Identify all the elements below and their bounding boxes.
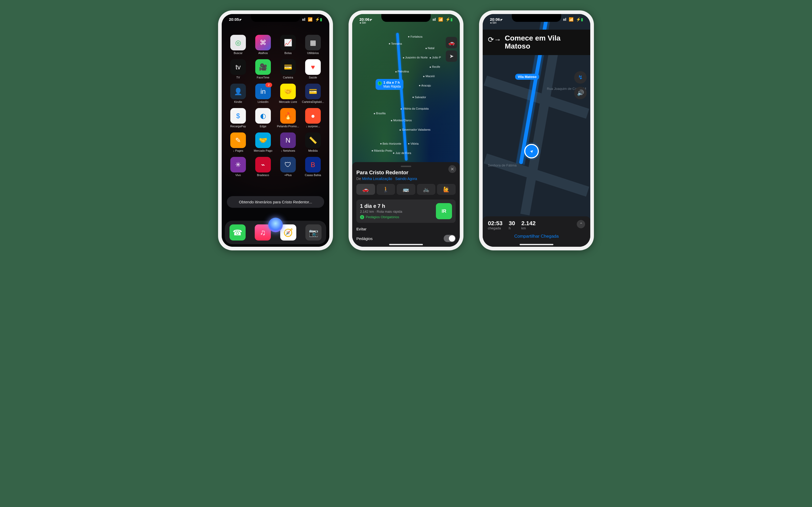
stat-value: 2.142 — [521, 220, 536, 227]
app-carteira[interactable]: 💳 Carteira — [277, 59, 299, 79]
signal-icon: ııl — [302, 17, 305, 21]
app-medida[interactable]: 📏 Medida — [302, 132, 324, 152]
app-recargapay[interactable]: $ RecargaPay — [227, 108, 249, 128]
app-label: LinkedIn — [252, 100, 274, 103]
city-label: Recife — [429, 65, 440, 68]
app-label: +Plus — [277, 173, 299, 177]
direction-banner: ⟳→ Comece em Vila Matoso — [483, 30, 590, 55]
route-from-line: De Minha Localização Saindo Agora — [356, 177, 456, 181]
app-icon: ⌘ — [255, 35, 271, 50]
app-buscar[interactable]: ◎ Buscar — [227, 35, 249, 55]
dock-phone[interactable]: ☎ — [230, 224, 246, 240]
siri-orb-icon[interactable] — [268, 218, 283, 232]
app-bradesco[interactable]: ⌁ Bradesco — [252, 157, 274, 177]
nav-bottom-bar: 02:53 chegada30 h2.142 km⌃ Compartilhar … — [483, 216, 590, 247]
app-label: Mercado Livre — [277, 100, 299, 103]
app-bolsa[interactable]: 📈 Bolsa — [277, 35, 299, 55]
app-icon: ♥ — [305, 59, 321, 75]
battery-icon: ⚡▮ — [576, 17, 583, 21]
city-label: Vitória — [408, 142, 418, 145]
mode-ride[interactable]: 🙋 — [437, 184, 456, 195]
wifi-icon: 📶 — [438, 17, 443, 21]
trip-stat: 30 h — [509, 220, 515, 230]
locate-me-button[interactable]: ➤ — [446, 50, 457, 62]
leave-time-link[interactable]: Saindo Agora — [395, 177, 417, 181]
mode-toggle-button[interactable]: 🚗 — [446, 37, 457, 48]
app-mercado-pago[interactable]: 🤝 Mercado Pago — [252, 132, 274, 152]
wifi-icon: 📶 — [308, 17, 313, 21]
dock-safari[interactable]: 🧭 — [280, 224, 296, 240]
app-casas-bahia[interactable]: B Casas Bahia — [302, 157, 324, 177]
app-label: CarteiraDigitald... — [302, 100, 324, 103]
city-label: Brasília — [374, 112, 386, 115]
avoid-tolls-switch[interactable] — [444, 235, 456, 242]
home-screen: 20:05 ııl 📶 ⚡▮ ◎ Buscar⌘ Atalhos📈 Bolsa▦… — [222, 14, 329, 247]
app--surpree-[interactable]: ● ↓ surpree... — [302, 108, 324, 128]
app-carteiradigitald-[interactable]: 💳 CarteiraDigitald... — [302, 83, 324, 103]
phone-frame: 20:06 ◂ Siri ııl 📶 ⚡▮ 🚗 ➤ 1 dia e 7 h Ma… — [349, 10, 463, 250]
mode-bike[interactable]: 🚲 — [417, 184, 436, 195]
route-overview-button[interactable]: ↯ — [574, 71, 587, 83]
app-pelando-promo-[interactable]: 🔥 Pelando:Promo... — [277, 108, 299, 128]
battery-icon: ⚡▮ — [315, 17, 322, 21]
audio-toggle-button[interactable]: 🔊 — [574, 87, 587, 99]
app-label: Bolsa — [277, 51, 299, 55]
app-tv[interactable]: tv TV — [227, 59, 249, 79]
app-utilit-rios[interactable]: ▦ Utilitários — [302, 35, 324, 55]
city-label: Teresina — [389, 42, 402, 45]
route-duration: 1 dia e 7 h — [360, 203, 402, 209]
app-sa-de[interactable]: ♥ Saúde — [302, 59, 324, 79]
notch — [381, 14, 431, 22]
mode-car[interactable]: 🚗 — [356, 184, 375, 195]
app-icon: ● — [305, 108, 321, 124]
app-edge[interactable]: ◐ Edge — [252, 108, 274, 128]
sheet-grabber[interactable] — [401, 166, 411, 167]
expand-button[interactable]: ⌃ — [577, 220, 585, 228]
mode-walk[interactable]: 🚶 — [376, 184, 395, 195]
mode-transit[interactable]: 🚌 — [397, 184, 415, 195]
avoid-tolls-label: Pedágios — [356, 236, 373, 241]
app-linkedin[interactable]: in LinkedIn2 — [252, 83, 274, 103]
siri-status-text: Obtendo itinerários para Cristo Redentor… — [239, 200, 312, 204]
app-icon: 📈 — [280, 35, 296, 50]
close-button[interactable]: ✕ — [448, 165, 456, 173]
route-distance: 2.142 km · Rota mais rápida — [360, 210, 402, 214]
phone-frame: 20:05 ııl 📶 ⚡▮ ◎ Buscar⌘ Atalhos📈 Bolsa▦… — [218, 10, 333, 250]
city-label: Ribeirão Preto — [372, 149, 392, 152]
app-atalhos[interactable]: ⌘ Atalhos — [252, 35, 274, 55]
from-location-link[interactable]: Minha Localização — [362, 177, 392, 181]
home-indicator[interactable] — [520, 244, 553, 245]
app-label: RecargaPay — [227, 125, 249, 128]
share-eta-button[interactable]: Compartilhar Chegada — [488, 234, 585, 239]
app-icon: ◐ — [255, 108, 271, 124]
siri-status-pill: Obtendo itinerários para Cristo Redentor… — [227, 196, 324, 208]
app-label: Buscar — [227, 51, 249, 55]
notch — [251, 14, 300, 22]
app-icon: 📏 — [305, 132, 321, 148]
app-kindle[interactable]: 👤 Kindle — [227, 83, 249, 103]
app-icon: N — [280, 132, 296, 148]
app-icon: 💳 — [280, 59, 296, 75]
app-vivo[interactable]: ✳ Vivo — [227, 157, 249, 177]
route-option[interactable]: 1 dia e 7 h 2.142 km · Rota mais rápida … — [356, 200, 456, 223]
go-button[interactable]: IR — [436, 203, 452, 219]
route-tolls-note: Pedágios Obrigatórios — [360, 215, 402, 219]
dock-camera[interactable]: 📷 — [305, 224, 321, 240]
route-callout[interactable]: 1 dia e 7 h Mais Rápida — [375, 79, 403, 90]
app--netshoes[interactable]: N ↓ Netshoes — [277, 132, 299, 152]
battery-icon: ⚡▮ — [446, 17, 453, 21]
phone-frame: 20:06 ◂ Siri ııl 📶 ⚡▮ ⟳→ Comece em Vila … — [479, 10, 594, 250]
app-facetime[interactable]: 🎥 FaceTime — [252, 59, 274, 79]
app--pages[interactable]: ✎ ↓ Pages — [227, 132, 249, 152]
status-indicators: ııl 📶 ⚡▮ — [431, 17, 453, 24]
status-time: 20:05 — [229, 17, 242, 22]
app--plus[interactable]: 🛡 +Plus — [277, 157, 299, 177]
start-point-badge[interactable]: Vila Matoso — [515, 74, 539, 80]
app-label: ↓ Netshoes — [277, 149, 299, 152]
app-label: Vivo — [227, 173, 249, 177]
app-label: Utilitários — [302, 51, 324, 55]
app-icon: ✎ — [230, 132, 246, 148]
home-indicator[interactable] — [389, 244, 423, 245]
app-mercado-livre[interactable]: 🤝 Mercado Livre — [277, 83, 299, 103]
city-label: Natal — [425, 47, 435, 50]
